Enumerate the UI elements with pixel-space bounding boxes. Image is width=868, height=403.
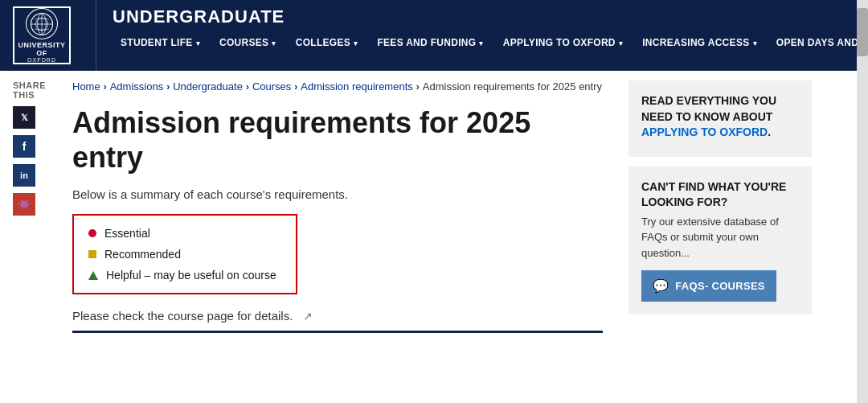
reddit-share-button[interactable]: 👾 (13, 193, 35, 216)
sidebar-card1-title-end: . (768, 125, 771, 138)
logo-area[interactable]: UNIVERSITY OF OXFORD (0, 0, 96, 71)
breadcrumb-sep: › (246, 81, 249, 93)
page-note: Please check the course page for details… (72, 309, 603, 323)
breadcrumb-admission-req[interactable]: Admission requirements (301, 80, 412, 93)
bottom-divider (72, 331, 603, 333)
scrollbar-thumb[interactable] (857, 8, 868, 56)
main-article: Home › Admissions › Undergraduate › Cour… (72, 71, 619, 349)
nav-item-increasing-access[interactable]: INCREASING ACCESS ▾ (634, 31, 765, 55)
share-label: SHARE THIS (13, 80, 59, 100)
recommended-label: Recommended (104, 248, 181, 261)
breadcrumb-sep: › (294, 81, 297, 93)
chat-icon: 💬 (653, 278, 669, 294)
breadcrumb-courses[interactable]: Courses (252, 80, 291, 93)
breadcrumb: Home › Admissions › Undergraduate › Cour… (72, 80, 603, 93)
chevron-down-icon: ▾ (619, 39, 623, 47)
nav-item-colleges[interactable]: COLLEGES ▾ (288, 31, 366, 55)
breadcrumb-sep: › (166, 81, 170, 93)
helpful-triangle-icon (88, 271, 98, 280)
legend-box: Essential Recommended Helpful – may be u… (72, 214, 297, 294)
breadcrumb-admissions[interactable]: Admissions (110, 80, 163, 93)
chevron-down-icon: ▾ (753, 39, 757, 47)
breadcrumb-current: Admission requirements for 2025 entry (423, 80, 602, 93)
chevron-down-icon: ▾ (272, 39, 276, 47)
chevron-down-icon: ▾ (479, 39, 483, 47)
logo-name-text: OXFORD (27, 57, 56, 63)
legend-recommended: Recommended (88, 248, 281, 261)
main-nav: STUDENT LIFE ▾ COURSES ▾ COLLEGES ▾ FEES… (96, 31, 868, 55)
linkedin-share-button[interactable]: in (13, 164, 35, 187)
scrollbar[interactable] (857, 0, 868, 349)
sidebar-card1-title: READ EVERYTHING YOU NEED TO KNOW ABOUT A… (641, 93, 799, 141)
breadcrumb-undergraduate[interactable]: Undergraduate (173, 80, 243, 93)
nav-item-student-life[interactable]: STUDENT LIFE ▾ (113, 31, 208, 55)
twitter-share-button[interactable]: 𝕏 (13, 106, 35, 129)
legend-essential: Essential (88, 227, 281, 240)
sidebar-card2-body: Try our extensive database of FAQs or su… (641, 214, 799, 261)
logo-university-text: UNIVERSITY OF (14, 41, 69, 57)
header-right: UNDERGRADUATE 🔍 ☰ STUDENT LIFE ▾ COURSES… (96, 0, 868, 71)
breadcrumb-home[interactable]: Home (72, 80, 100, 93)
breadcrumb-sep: › (104, 81, 107, 93)
site-header: UNIVERSITY OF OXFORD UNDERGRADUATE 🔍 ☰ S… (0, 0, 868, 71)
helpful-label: Helpful – may be useful on course (106, 269, 276, 282)
sidebar-card2-title: CAN'T FIND WHAT YOU'RE LOOKING FOR? (641, 179, 799, 211)
sidebar-card-applying: READ EVERYTHING YOU NEED TO KNOW ABOUT A… (628, 80, 812, 157)
page-title: Admission requirements for 2025 entry (72, 105, 603, 175)
sidebar-card-faq: CAN'T FIND WHAT YOU'RE LOOKING FOR? Try … (628, 167, 812, 315)
legend-helpful: Helpful – may be useful on course (88, 269, 281, 282)
chevron-down-icon: ▾ (196, 39, 200, 47)
nav-item-fees[interactable]: FEES AND FUNDING ▾ (369, 31, 491, 55)
nav-item-open-days[interactable]: OPEN DAYS AND VISITS ▾ (768, 31, 868, 55)
right-sidebar: READ EVERYTHING YOU NEED TO KNOW ABOUT A… (619, 71, 812, 349)
nav-item-courses[interactable]: COURSES ▾ (211, 31, 285, 55)
chevron-down-icon: ▾ (354, 39, 358, 47)
oxford-logo: UNIVERSITY OF OXFORD (13, 6, 71, 64)
site-title: UNDERGRADUATE (113, 6, 285, 27)
essential-dot-icon (88, 229, 96, 237)
sidebar-card1-title-plain: READ EVERYTHING YOU NEED TO KNOW ABOUT (641, 94, 776, 123)
page-description: Below is a summary of each course's requ… (72, 187, 603, 201)
breadcrumb-sep: › (416, 81, 420, 93)
essential-label: Essential (104, 227, 150, 240)
applying-to-oxford-link[interactable]: APPLYING TO OXFORD (641, 125, 768, 138)
cursor-indicator: ↗ (303, 310, 313, 323)
faq-courses-button[interactable]: 💬 FAQS- COURSES (641, 270, 776, 302)
recommended-square-icon (88, 250, 96, 258)
social-share-panel: SHARE THIS 𝕏 f in 👾 (0, 71, 72, 349)
header-top: UNDERGRADUATE 🔍 ☰ (96, 0, 868, 31)
facebook-share-button[interactable]: f (13, 135, 35, 158)
faq-button-label: FAQS- COURSES (675, 280, 765, 292)
nav-item-applying[interactable]: APPLYING TO OXFORD ▾ (495, 31, 631, 55)
